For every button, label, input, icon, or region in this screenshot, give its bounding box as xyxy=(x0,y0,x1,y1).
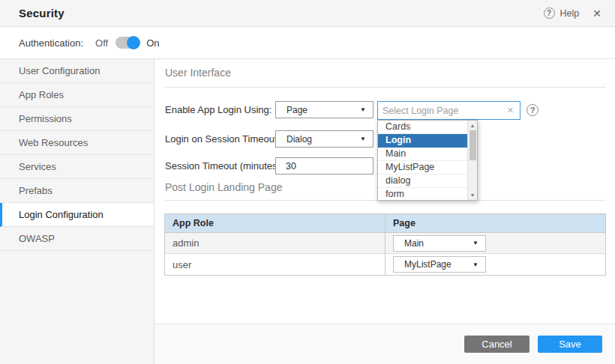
page-cell: Main ▼ xyxy=(386,233,605,253)
admin-page-value: Main xyxy=(404,238,424,249)
help-link[interactable]: Help xyxy=(560,8,580,19)
table-header-row: App Role Page xyxy=(165,214,605,233)
toggle-thumb xyxy=(127,36,140,49)
action-footer: Cancel Save xyxy=(154,324,615,364)
dropdown-option-mylistpage[interactable]: MyListPage xyxy=(378,161,467,175)
session-timeout-minutes-input[interactable] xyxy=(275,157,374,175)
scroll-down-icon[interactable]: ▼ xyxy=(468,192,477,198)
dropdown-option-list: Cards Login Main MyListPage dialog form xyxy=(378,121,467,200)
enable-app-login-value: Page xyxy=(286,105,308,115)
login-page-search-input[interactable] xyxy=(382,106,507,116)
enable-app-login-label: Enable App Login Using: xyxy=(165,104,272,115)
login-page-dropdown: Cards Login Main MyListPage dialog form … xyxy=(377,120,478,201)
app-role-cell: admin xyxy=(165,233,386,253)
clear-icon[interactable]: ✕ xyxy=(507,106,514,115)
authentication-row: Authentication: Off On xyxy=(0,27,615,59)
dropdown-option-form[interactable]: form xyxy=(378,188,467,201)
column-header-page: Page xyxy=(386,214,605,232)
field-help-icon[interactable]: ? xyxy=(526,104,538,116)
enable-app-login-select[interactable]: Page ▼ xyxy=(275,101,374,118)
chevron-down-icon: ▼ xyxy=(472,261,478,268)
dialog-header: Security ? Help ✕ xyxy=(0,0,615,27)
user-page-select[interactable]: MyListPage ▼ xyxy=(393,256,486,273)
post-login-landing-table: App Role Page admin Main ▼ user MyListPa… xyxy=(164,213,606,276)
page-cell: MyListPage ▼ xyxy=(386,254,605,275)
session-timeout-login-select[interactable]: Dialog ▼ xyxy=(275,130,374,148)
table-row: admin Main ▼ xyxy=(165,233,605,254)
dropdown-option-login[interactable]: Login xyxy=(378,134,467,148)
header-actions: ? Help ✕ xyxy=(544,7,602,19)
session-timeout-login-value: Dialog xyxy=(286,134,312,145)
page-title: Security xyxy=(19,7,64,19)
login-page-picker: ✕ xyxy=(377,101,520,120)
session-timeout-login-label: Login on Session Timeout: xyxy=(165,133,280,145)
help-icon[interactable]: ? xyxy=(544,7,555,19)
sidebar-item-services[interactable]: Services xyxy=(0,155,154,179)
scrollbar-thumb[interactable] xyxy=(470,130,476,160)
session-timeout-minutes-label: Session Timeout (minutes): xyxy=(165,160,284,172)
dropdown-option-dialog[interactable]: dialog xyxy=(378,175,467,188)
close-icon[interactable]: ✕ xyxy=(592,7,602,19)
authentication-label: Authentication: xyxy=(19,37,83,49)
admin-page-select[interactable]: Main ▼ xyxy=(393,235,486,252)
sidebar-item-web-resources[interactable]: Web Resources xyxy=(0,131,154,155)
scroll-up-icon[interactable]: ▲ xyxy=(468,123,477,128)
cancel-button[interactable]: Cancel xyxy=(464,336,530,353)
sidebar-item-prefabs[interactable]: Prefabs xyxy=(0,179,154,203)
chevron-down-icon: ▼ xyxy=(360,136,366,142)
toggle-off-label: Off xyxy=(95,37,108,49)
dropdown-scrollbar[interactable]: ▲ ▼ xyxy=(467,121,477,200)
chevron-down-icon: ▼ xyxy=(360,106,366,113)
authentication-toggle[interactable] xyxy=(116,37,139,49)
section-title-post-login: Post Login Landing Page xyxy=(165,181,282,193)
dropdown-option-main[interactable]: Main xyxy=(378,148,467,161)
column-header-app-role: App Role xyxy=(165,214,386,232)
login-configuration-panel: User Interface Enable App Login Using: P… xyxy=(154,59,615,364)
sidebar-item-permissions[interactable]: Permissions xyxy=(0,107,154,131)
section-title-user-interface: User Interface xyxy=(165,67,231,79)
dropdown-option-cards[interactable]: Cards xyxy=(378,121,467,134)
toggle-on-label: On xyxy=(146,37,159,49)
section-divider xyxy=(165,87,606,88)
sidebar-item-app-roles[interactable]: App Roles xyxy=(0,83,154,107)
app-role-cell: user xyxy=(165,254,386,275)
sidebar-item-login-configuration[interactable]: Login Configuration xyxy=(0,203,154,227)
save-button[interactable]: Save xyxy=(538,336,602,353)
chevron-down-icon: ▼ xyxy=(472,240,478,246)
sidebar-item-owasp[interactable]: OWASP xyxy=(0,227,154,251)
table-row: user MyListPage ▼ xyxy=(165,254,605,275)
user-page-value: MyListPage xyxy=(404,259,452,270)
sidebar-item-user-configuration[interactable]: User Configuration xyxy=(0,59,154,83)
settings-sidebar: User Configuration App Roles Permissions… xyxy=(0,59,154,364)
